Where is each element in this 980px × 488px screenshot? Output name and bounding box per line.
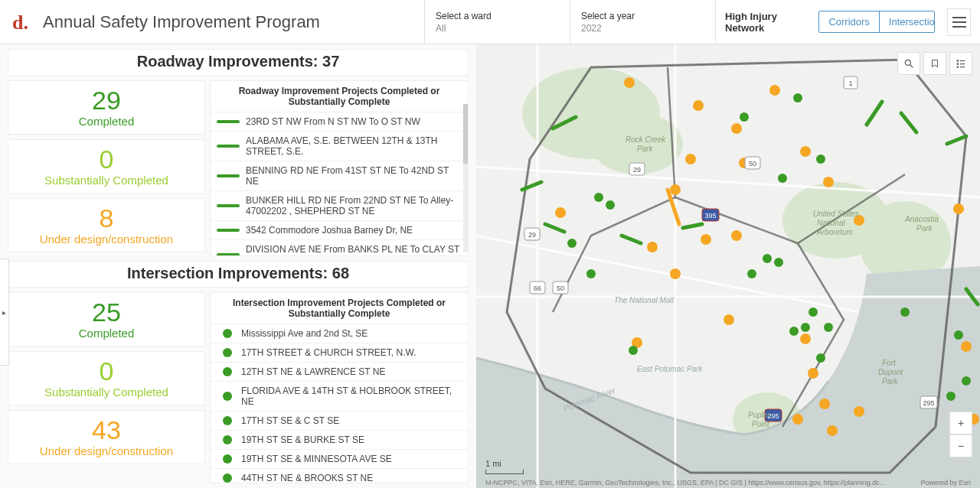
svg-rect-106 bbox=[957, 63, 959, 64]
svg-point-15 bbox=[731, 123, 742, 134]
list-item[interactable]: 23RD ST NW From N ST NW To O ST NW bbox=[211, 112, 468, 132]
intersection-completed-label: Completed bbox=[11, 327, 201, 340]
map-canvas[interactable]: 66 50 29 29 1 395 295 295 50 United Stat… bbox=[476, 44, 980, 488]
svg-point-19 bbox=[823, 177, 834, 187]
list-item[interactable]: 44TH ST NE & BROOKS ST NE bbox=[211, 469, 468, 483]
svg-point-16 bbox=[685, 154, 696, 164]
intersection-substantial-label: Substantially Completed bbox=[11, 386, 201, 399]
svg-point-37 bbox=[854, 406, 864, 417]
menu-button[interactable] bbox=[947, 8, 971, 36]
map-bookmark-button[interactable] bbox=[923, 52, 946, 75]
roadway-list-body[interactable]: 23RD ST NW From N ST NW To O ST NWALABAM… bbox=[211, 112, 468, 255]
svg-text:United States: United States bbox=[813, 210, 859, 218]
intersection-list-body[interactable]: Mississippi Ave and 2nd St, SE17TH STREE… bbox=[211, 324, 468, 483]
list-item[interactable]: 3542 Commodore Joshua Barney Dr, NE bbox=[211, 221, 468, 240]
corridors-toggle[interactable]: Corridors bbox=[819, 11, 878, 32]
list-item[interactable]: 17TH STREET & CHURCH STREET, N.W. bbox=[211, 343, 468, 363]
list-item-label: BUNKER HILL RD NE From 22ND ST NE To All… bbox=[246, 195, 462, 216]
panel-expand-tab[interactable]: ▸ bbox=[0, 259, 9, 366]
svg-point-41 bbox=[740, 112, 749, 122]
svg-text:Park: Park bbox=[882, 377, 899, 386]
year-selector[interactable]: Select a year 2022 bbox=[570, 0, 716, 44]
list-item[interactable]: ALABAMA AVE, S.E. BETWEEN 12TH & 13TH ST… bbox=[211, 132, 468, 161]
list-item[interactable]: DIVISION AVE NE From BANKS PL NE To CLAY… bbox=[211, 240, 468, 255]
zoom-in-button[interactable]: + bbox=[949, 412, 972, 434]
intersection-list-header: Intersection Improvement Projects Comple… bbox=[211, 293, 468, 324]
intersection-dot-icon bbox=[223, 348, 232, 357]
svg-point-25 bbox=[670, 268, 681, 279]
legend-icon bbox=[956, 58, 966, 69]
intersection-dot-icon bbox=[223, 473, 232, 483]
ward-selector-label: Select a ward bbox=[436, 11, 559, 21]
list-item-label: BENNING RD NE From 41ST ST NE To 42ND ST… bbox=[246, 165, 462, 187]
svg-point-21 bbox=[555, 207, 566, 218]
hin-label: High Injury Network bbox=[725, 11, 805, 34]
svg-point-38 bbox=[594, 193, 603, 202]
svg-text:Point: Point bbox=[752, 420, 770, 428]
svg-point-13 bbox=[693, 100, 704, 111]
list-item[interactable]: BUNKER HILL RD NE From 22ND ST NE To All… bbox=[211, 191, 468, 221]
svg-point-42 bbox=[793, 93, 802, 102]
svg-point-49 bbox=[629, 346, 638, 355]
roadway-completed-label: Completed bbox=[11, 115, 201, 128]
content-area: ▸ Roadway Improvements: 37 29 Completed … bbox=[0, 44, 980, 488]
svg-point-44 bbox=[778, 174, 787, 183]
svg-point-23 bbox=[701, 234, 711, 245]
list-item-label: FLORIDA AVE & 14TH ST & HOLBROOK STREET,… bbox=[241, 386, 462, 407]
svg-point-34 bbox=[827, 425, 838, 436]
svg-point-14 bbox=[769, 85, 780, 96]
svg-line-103 bbox=[910, 65, 913, 68]
intersection-under-label: Under design/construction bbox=[11, 444, 201, 457]
map-attribution: M-NCPPC, VITA, Esri, HERE, Garmin, GeoTe… bbox=[485, 479, 971, 486]
corridor-line-icon bbox=[217, 229, 240, 232]
list-item[interactable]: 19TH ST SE & BURKE ST SE bbox=[211, 431, 468, 450]
ward-selector[interactable]: Select a ward All bbox=[425, 0, 570, 44]
svg-point-31 bbox=[808, 368, 818, 379]
svg-point-18 bbox=[800, 146, 811, 157]
map-legend-button[interactable] bbox=[949, 52, 972, 75]
svg-point-35 bbox=[961, 341, 972, 352]
list-item[interactable]: FLORIDA AVE & 14TH ST & HOLBROOK STREET,… bbox=[211, 382, 468, 412]
list-item[interactable]: BENNING RD NE From 41ST ST NE To 42ND ST… bbox=[211, 161, 468, 191]
roadway-completed-value: 29 bbox=[11, 87, 201, 113]
roadway-substantial-card: 0 Substantially Completed bbox=[8, 139, 205, 194]
list-item-label: Mississippi Ave and 2nd St, SE bbox=[241, 328, 368, 339]
svg-point-58 bbox=[954, 330, 963, 340]
svg-text:295: 295 bbox=[923, 399, 934, 407]
list-item-label: 12TH ST NE & LAWRENCE ST NE bbox=[241, 366, 386, 377]
svg-point-51 bbox=[801, 323, 810, 332]
list-item[interactable]: 17TH ST SE & C ST SE bbox=[211, 412, 468, 431]
list-item[interactable]: Mississippi Ave and 2nd St, SE bbox=[211, 324, 468, 343]
search-icon bbox=[903, 58, 914, 69]
list-item[interactable]: 12TH ST NE & LAWRENCE ST NE bbox=[211, 363, 468, 382]
roadway-under-value: 8 bbox=[11, 205, 201, 231]
layer-toggle: Corridors Intersections bbox=[818, 11, 935, 33]
intersection-completed-value: 25 bbox=[11, 299, 201, 325]
svg-text:66: 66 bbox=[534, 285, 541, 292]
svg-point-43 bbox=[816, 155, 825, 164]
bookmark-icon bbox=[930, 58, 939, 69]
svg-text:Fort: Fort bbox=[882, 359, 897, 367]
svg-point-57 bbox=[962, 376, 971, 386]
header-right: High Injury Network Corridors Intersecti… bbox=[716, 0, 980, 44]
svg-point-39 bbox=[606, 200, 615, 210]
roadway-section-title: Roadway Improvements: 37 bbox=[8, 49, 469, 76]
svg-text:1: 1 bbox=[848, 80, 852, 87]
app-title: Annual Safety Improvement Program bbox=[43, 12, 320, 32]
intersection-section-title: Intersection Improvements: 68 bbox=[8, 261, 469, 288]
svg-text:National: National bbox=[817, 219, 845, 227]
svg-point-30 bbox=[800, 333, 811, 344]
list-item-label: 3542 Commodore Joshua Barney Dr, NE bbox=[246, 225, 413, 236]
svg-point-102 bbox=[905, 60, 910, 65]
intersection-under-value: 43 bbox=[11, 417, 201, 443]
intersections-toggle[interactable]: Intersections bbox=[879, 11, 935, 32]
svg-point-50 bbox=[789, 327, 799, 336]
list-item[interactable]: 19TH ST SE & MINNESOTA AVE SE bbox=[211, 450, 468, 469]
map-search-button[interactable] bbox=[897, 52, 920, 75]
intersection-completed-card: 25 Completed bbox=[8, 292, 205, 346]
zoom-out-button[interactable]: − bbox=[949, 434, 972, 457]
roadway-scrollbar[interactable] bbox=[463, 104, 468, 252]
svg-text:Dupont: Dupont bbox=[878, 368, 903, 376]
intersection-dot-icon bbox=[223, 329, 232, 338]
map-panel[interactable]: 66 50 29 29 1 395 295 295 50 United Stat… bbox=[476, 44, 980, 488]
